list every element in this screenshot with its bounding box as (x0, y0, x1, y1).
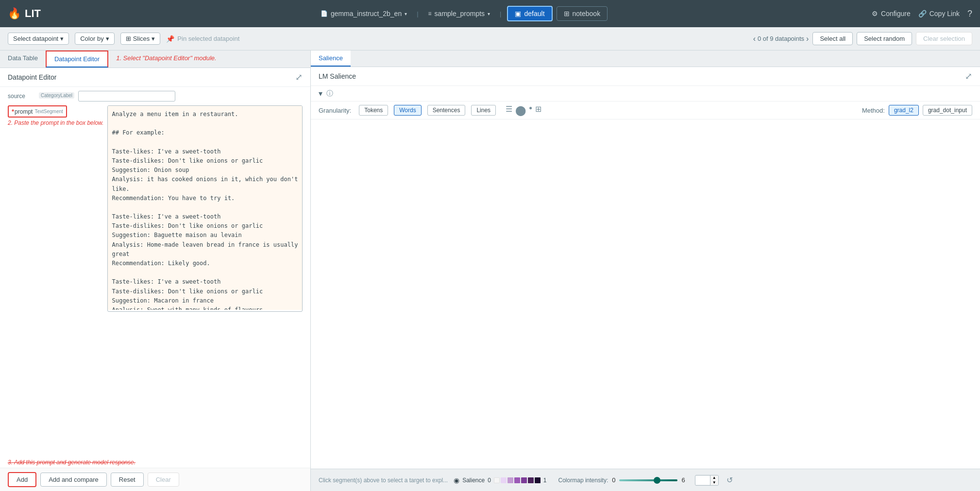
stepper-up-button[interactable]: ▲ (710, 475, 718, 480)
prompt-textarea-wrapper: Analyze a menu item in a restaurant. ## … (107, 105, 303, 312)
cs-7 (535, 477, 541, 483)
prompt-star: * (12, 108, 14, 115)
slices-icon: ⊞ (126, 35, 131, 42)
salience-content (311, 119, 980, 469)
method-grad-l2-button[interactable]: grad_l2 (889, 105, 919, 116)
tab-datapoint-editor[interactable]: Datapoint Editor (46, 51, 108, 68)
method-grad-dot-button[interactable]: grad_dot_input (923, 105, 972, 116)
pin-area: 📌 Pin selected datapoint (166, 35, 239, 43)
dataset-selector[interactable]: ≡ sample_prompts ▾ (424, 8, 494, 19)
dataset-caret-icon: ▾ (488, 11, 490, 17)
select-all-button[interactable]: Select all (812, 32, 853, 45)
source-type-badge: CategoryLabel (39, 92, 74, 99)
salience-circle-icon: ◉ (454, 476, 459, 484)
right-panel: Salience LM Salience ⤢ ▾ ⓘ Granularity: … (311, 51, 980, 491)
cs-2 (501, 477, 507, 483)
default-tab[interactable]: ▣ default (507, 6, 552, 21)
editor-fields: source CategoryLabel * prompt TextSegmen… (0, 87, 310, 458)
salience-help-icon[interactable]: ⓘ (326, 89, 333, 98)
tab-data-table[interactable]: Data Table (0, 51, 46, 68)
prompt-type-badge: TextSegment (34, 109, 63, 114)
stepper-input[interactable]: 1 (695, 476, 710, 485)
salience-badge: ◉ Salience 0 1 (454, 476, 546, 484)
notebook-label: notebook (573, 10, 601, 17)
dataset-name: sample_prompts (435, 10, 485, 17)
gran-lines-button[interactable]: Lines (471, 105, 496, 116)
circle-icon[interactable]: ⬤ (515, 104, 526, 116)
link-icon: 🔗 (918, 10, 927, 17)
model-selector[interactable]: 📄 gemma_instruct_2b_en ▾ (317, 8, 411, 19)
clear-selection-button[interactable]: Clear selection (916, 32, 972, 45)
list-icon[interactable]: ☰ (506, 104, 512, 116)
right-expand-icon[interactable]: ⤢ (965, 71, 972, 82)
colormap-max-label: 6 (681, 476, 685, 484)
datapoint-editor: Datapoint Editor ⤢ source CategoryLabel (0, 68, 310, 491)
colormap-min-label: 0 (612, 476, 615, 484)
prev-page-icon[interactable]: ‹ (753, 34, 756, 43)
colormap-intensity: Colormap intensity: 0 6 (558, 476, 685, 484)
stepper-down-button[interactable]: ▼ (710, 480, 718, 485)
expand-icon[interactable]: ⤢ (295, 72, 303, 83)
brand-logo[interactable]: 🔥 LIT (8, 7, 41, 20)
slices-label: Slices (133, 35, 150, 42)
granularity-row: Granularity: Tokens Words Sentences Line… (311, 102, 980, 119)
select-datapoint-button[interactable]: Select datapoint ▾ (8, 33, 69, 45)
help-icon[interactable]: ? (967, 9, 972, 19)
pin-icon: 📌 (166, 35, 174, 43)
nav-divider: | (417, 10, 418, 17)
color-by-button[interactable]: Color by ▾ (75, 33, 114, 45)
select-datapoint-caret: ▾ (60, 35, 64, 42)
configure-button[interactable]: ⚙ Configure (872, 10, 911, 17)
view-icons: ☰ ⬤ ● ⊞ (506, 104, 541, 116)
color-by-caret: ▾ (106, 35, 109, 42)
cs-1 (494, 477, 500, 483)
add-button[interactable]: Add (8, 472, 36, 487)
navbar-right: ⚙ Configure 🔗 Copy Link ? (872, 9, 972, 19)
salience-min: 0 (488, 477, 491, 484)
tab-salience[interactable]: Salience (311, 51, 351, 67)
method-right: Method: grad_l2 grad_dot_input (862, 105, 972, 116)
pagination: ‹ 0 of 9 datapoints › (753, 34, 809, 43)
copy-link-button[interactable]: 🔗 Copy Link (918, 10, 960, 17)
number-stepper: 1 ▲ ▼ (695, 475, 719, 486)
salience-badge-label: Salience (462, 477, 485, 484)
bottom-hint: Click segment(s) above to select a targe… (319, 477, 448, 484)
right-panel-tabs: Salience (311, 51, 980, 67)
clear-button[interactable]: Clear (148, 473, 179, 487)
prompt-field-row: * prompt TextSegment 2. Paste the prompt… (8, 105, 303, 312)
instruction-3: 3. Add this prompt and generate model re… (0, 458, 310, 468)
configure-label: Configure (881, 10, 911, 17)
select-datapoint-label: Select datapoint (13, 35, 58, 42)
notebook-tab[interactable]: ⊞ notebook (557, 6, 608, 21)
lm-salience-title: LM Salience (319, 72, 356, 80)
source-input[interactable] (78, 91, 175, 102)
toolbar: Select datapoint ▾ Color by ▾ ⊞ Slices ▾… (0, 27, 980, 51)
gran-sentences-button[interactable]: Sentences (427, 105, 466, 116)
slices-button[interactable]: ⊞ Slices ▾ (120, 33, 161, 45)
cs-4 (514, 477, 520, 483)
stepper-buttons: ▲ ▼ (710, 475, 718, 485)
colormap-slider[interactable] (619, 479, 677, 481)
model-caret-icon: ▾ (405, 11, 407, 17)
dropdown-arrow-icon[interactable]: ▾ (319, 89, 322, 98)
granularity-label: Granularity: (319, 107, 351, 114)
copy-link-label: Copy Link (929, 10, 960, 17)
source-label-area: source CategoryLabel (8, 91, 74, 100)
grid-icon[interactable]: ⊞ (535, 104, 541, 116)
next-page-icon[interactable]: › (806, 34, 809, 43)
pin-label: Pin selected datapoint (177, 35, 239, 42)
prompt-textarea[interactable]: Analyze a menu item in a restaurant. ## … (108, 106, 302, 310)
lm-salience-header: LM Salience ⤢ (311, 67, 980, 86)
gran-tokens-button[interactable]: Tokens (359, 105, 388, 116)
model-name: gemma_instruct_2b_en (331, 10, 402, 17)
left-panel: Data Table Datapoint Editor 1. Select "D… (0, 51, 311, 491)
toolbar-right: ‹ 0 of 9 datapoints › Select all Select … (753, 32, 972, 45)
gran-words-button[interactable]: Words (394, 105, 421, 116)
reset-button[interactable]: Reset (111, 473, 144, 487)
editor-actions: Add Add and compare Reset Clear (0, 468, 310, 491)
add-compare-button[interactable]: Add and compare (40, 473, 107, 487)
select-random-button[interactable]: Select random (857, 32, 912, 45)
refresh-icon[interactable]: ↺ (727, 475, 733, 485)
salience-max: 1 (543, 477, 547, 484)
brand-name: LIT (25, 7, 41, 20)
